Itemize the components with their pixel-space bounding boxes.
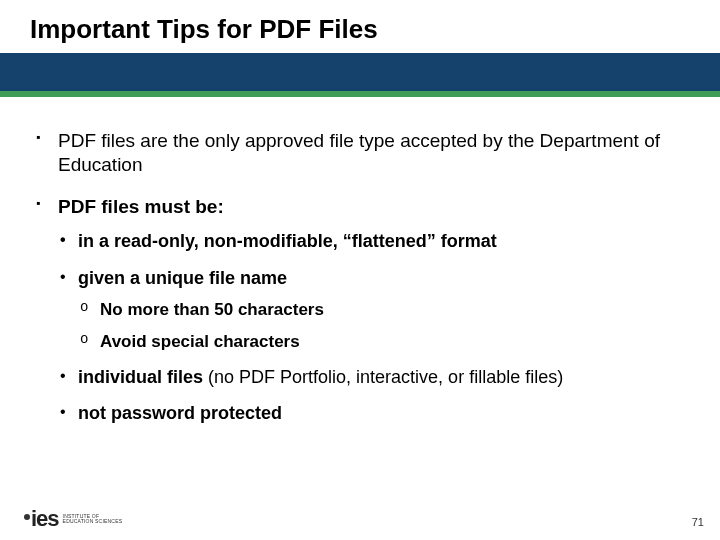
bullet-lvl3: No more than 50 characters [78, 299, 686, 320]
bullet-lvl2: not password protected [58, 402, 686, 425]
logo-brand-text: ies [31, 508, 59, 530]
bullet-text: in a read-only, non-modifiable, “flatten… [78, 231, 497, 251]
bullet-lvl2: individual files (no PDF Portfolio, inte… [58, 366, 686, 389]
bullet-list-lvl2: in a read-only, non-modifiable, “flatten… [58, 230, 686, 425]
bullet-text: PDF files are the only approved file typ… [58, 130, 660, 175]
logo-dot-icon [24, 514, 30, 520]
bullet-text: given a unique file name [78, 268, 287, 288]
bullet-text: No more than 50 characters [100, 300, 324, 319]
bullet-text-lead: individual files [78, 367, 203, 387]
bullet-lvl1: PDF files are the only approved file typ… [34, 129, 686, 177]
slide: Important Tips for PDF Files PDF files a… [0, 0, 720, 540]
slide-title: Important Tips for PDF Files [30, 14, 720, 45]
bullet-lvl2: given a unique file name No more than 50… [58, 267, 686, 352]
bullet-text-rest: (no PDF Portfolio, interactive, or filla… [203, 367, 563, 387]
bullet-text: PDF files must be: [58, 196, 224, 217]
bullet-lvl2: in a read-only, non-modifiable, “flatten… [58, 230, 686, 253]
bullet-text: not password protected [78, 403, 282, 423]
footer: ies Institute of Education Sciences 71 [0, 502, 720, 532]
logo-mark: ies [24, 508, 59, 530]
logo-subtext: Institute of Education Sciences [63, 514, 123, 525]
bullet-list-lvl1: PDF files are the only approved file typ… [34, 129, 686, 425]
bullet-text: Avoid special characters [100, 332, 300, 351]
ies-logo: ies Institute of Education Sciences [24, 508, 122, 530]
page-number: 71 [692, 516, 704, 528]
content-area: PDF files are the only approved file typ… [0, 97, 720, 425]
logo-line2: Education Sciences [63, 519, 123, 524]
header-blue-bar [0, 53, 720, 91]
bullet-lvl3: Avoid special characters [78, 331, 686, 352]
bullet-lvl1: PDF files must be: in a read-only, non-m… [34, 195, 686, 425]
bullet-list-lvl3: No more than 50 characters Avoid special… [78, 299, 686, 352]
title-area: Important Tips for PDF Files [0, 0, 720, 53]
